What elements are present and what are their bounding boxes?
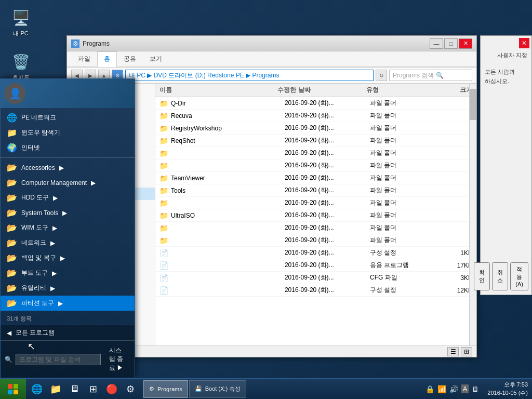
tray-icon-security[interactable]: 🔒 xyxy=(425,385,434,393)
wim-icon: 📂 xyxy=(7,223,17,233)
table-row[interactable]: 📁2016-09-20 (화)...파일 폴더 xyxy=(155,159,476,172)
table-row[interactable]: 📁Recuva2016-09-20 (화)...파일 폴더 xyxy=(155,110,476,122)
management-icon: 📂 xyxy=(7,178,17,188)
taskbar-ie-icon[interactable]: 🌐 xyxy=(28,380,46,398)
taskbar-item-boot[interactable]: 💾 Boot (X:) 속성 xyxy=(189,380,246,398)
taskbar-folder-icon[interactable]: 📁 xyxy=(47,380,64,398)
search-placeholder: Programs 검색 xyxy=(393,71,434,80)
table-row[interactable]: 📄2016-09-20 (화)...구성 설정12KB xyxy=(155,284,476,297)
taskbar-clock[interactable]: 오후 7:53 2016-10-05 (수) xyxy=(483,381,532,397)
table-row[interactable]: 📁TeamViewer2016-09-20 (화)...파일 폴더 xyxy=(155,172,476,184)
sm-item-accessories[interactable]: 📂 Accessories ▶ xyxy=(1,160,135,175)
list-view-button[interactable]: ☰ xyxy=(447,347,459,356)
taskbar-item-programs[interactable]: ⚙ Programs xyxy=(143,380,188,398)
tray-icon-ime[interactable]: A xyxy=(461,384,469,393)
shutdown-button[interactable]: 시스템 종료 ▶ xyxy=(104,344,130,375)
sm-item-partition[interactable]: 📂 파티션 도구 ▶ xyxy=(1,296,135,311)
ribbon-tabs: 파일 홈 공유 보기 xyxy=(67,51,476,67)
submenu-arrow: ▶ xyxy=(59,164,64,171)
taskbar-grid-icon[interactable]: ⊞ xyxy=(84,380,102,398)
tab-file[interactable]: 파일 xyxy=(71,51,97,66)
search-box[interactable]: Programs 검색 🔍 xyxy=(389,70,472,81)
search-icon: 🔍 xyxy=(436,72,444,79)
table-row[interactable]: 📁2016-09-20 (화)...파일 폴더 xyxy=(155,234,476,247)
address-path[interactable]: 내 PC ▶ DVD 드라이브 (D:) Redstone PE ▶ Progr… xyxy=(125,70,374,81)
right-panel-buttons: 확인 취소 적용(A) xyxy=(481,262,531,290)
sm-item-systemtools[interactable]: 📂 System Tools ▶ xyxy=(1,205,135,220)
window-controls: — □ ✕ xyxy=(430,38,472,49)
search-area: 🔍 시스템 종료 ▶ xyxy=(1,340,135,378)
table-row[interactable]: 📁UltraISO2016-09-20 (화)...파일 폴더 xyxy=(155,209,476,222)
table-row[interactable]: 📁2016-09-20 (화)...파일 폴더 xyxy=(155,197,476,209)
refresh-button[interactable]: ↻ xyxy=(376,70,387,81)
quick-launch: 🌐 📁 🖥 ⊞ 🔴 ⚙ xyxy=(26,380,141,398)
taskbar: 🌐 📁 🖥 ⊞ 🔴 ⚙ ⚙ Programs 💾 Boot (X:) 속성 🔒 … xyxy=(0,378,532,399)
sm-item-network2[interactable]: 📂 네트워크 ▶ xyxy=(1,235,135,250)
tray-icon-display[interactable]: 🖥 xyxy=(472,385,479,393)
internet-icon: 🌍 xyxy=(7,143,17,153)
col-header-date[interactable]: 수정한 날짜 xyxy=(277,86,366,95)
scrollbar[interactable] xyxy=(469,84,476,345)
table-row[interactable]: 📁Q-Dir2016-09-20 (화)...파일 폴더 xyxy=(155,97,476,110)
col-header-name[interactable]: 이름 xyxy=(159,86,277,95)
taskbar-tray: 🔒 📶 🔊 A 🖥 xyxy=(421,384,484,393)
detail-view-button[interactable]: ⊞ xyxy=(461,347,472,356)
backup-arrow: ▶ xyxy=(60,255,65,262)
svg-rect-1 xyxy=(14,384,18,389)
col-header-type[interactable]: 유형 xyxy=(366,86,425,95)
table-row[interactable]: 📁2016-09-20 (화)...파일 폴더 xyxy=(155,222,476,234)
scrollbar-thumb[interactable] xyxy=(470,89,476,120)
table-row[interactable]: 📁RegistryWorkshop2016-09-20 (화)...파일 폴더 xyxy=(155,122,476,135)
sm-item-internet[interactable]: 🌍 인터넷 xyxy=(1,140,135,155)
sm-item-utility[interactable]: 📂 유틸리티 ▶ xyxy=(1,281,135,296)
taskbar-settings-icon[interactable]: ⚙ xyxy=(122,380,139,398)
table-row[interactable]: 📄2016-09-20 (화)...구성 설정1KB xyxy=(155,247,476,259)
tray-icon-volume[interactable]: 🔊 xyxy=(449,385,458,393)
file-list: 이름 수정한 날짜 유형 크기 📁Q-Dir2016-09-20 (화)...파… xyxy=(155,84,476,345)
taskbar-monitor-icon[interactable]: 🖥 xyxy=(65,380,83,398)
sm-item-hdd[interactable]: 📂 HDD 도구 ▶ xyxy=(1,190,135,205)
tray-icon-network[interactable]: 📶 xyxy=(437,385,446,393)
search-input[interactable] xyxy=(16,354,101,365)
submenu-arrow2: ▶ xyxy=(91,179,96,187)
wim-arrow: ▶ xyxy=(52,224,57,232)
desktop-icon-mypc[interactable]: 🖥️ 내 PC xyxy=(3,5,39,39)
folder-icon: 📁 xyxy=(7,128,17,138)
cancel-button[interactable]: 취소 xyxy=(492,262,508,290)
utility-arrow: ▶ xyxy=(50,285,55,292)
partition-arrow: ▶ xyxy=(58,300,63,307)
minimize-button[interactable]: — xyxy=(430,38,443,49)
col-header-size[interactable]: 크기 xyxy=(425,86,472,95)
hdd-icon: 📂 xyxy=(7,193,17,203)
desktop: 🖥️ 내 PC 🗑️ 휴지통 A AcronisTrueImage 💻 Back… xyxy=(0,0,532,399)
close-button[interactable]: ✕ xyxy=(459,38,472,49)
maximize-button[interactable]: □ xyxy=(444,38,458,49)
sm-item-boot[interactable]: 📂 부트 도구 ▶ xyxy=(1,265,135,281)
svg-rect-3 xyxy=(14,390,18,394)
explorer-title-icon: ⚙ xyxy=(71,39,79,48)
table-row[interactable]: 📄2016-09-20 (화)...CFG 파일3KB xyxy=(155,272,476,284)
sm-item-backup[interactable]: 📂 백업 및 복구 ▶ xyxy=(1,250,135,265)
tab-home[interactable]: 홈 xyxy=(97,51,117,67)
tab-share[interactable]: 공유 xyxy=(117,51,143,66)
apply-button[interactable]: 적용(A) xyxy=(510,262,528,290)
sm-item-computer-management[interactable]: 📂 Computer Management ▶ xyxy=(1,175,135,190)
start-button[interactable] xyxy=(0,379,26,400)
right-panel-close-button[interactable]: ✕ xyxy=(519,38,529,48)
all-programs-item[interactable]: ◀ 모든 프로그램 xyxy=(1,325,135,340)
boot-taskbar-icon: 💾 xyxy=(195,385,202,392)
programs-icon: ⚙ xyxy=(149,385,154,392)
taskbar-opera-icon[interactable]: 🔴 xyxy=(103,380,121,398)
table-row[interactable]: 📁2016-09-20 (화)...파일 폴더 xyxy=(155,147,476,159)
table-row[interactable]: 📁ReqShot2016-09-20 (화)...파일 폴더 xyxy=(155,135,476,147)
sm-item-explorer[interactable]: 📁 윈도우 탐색기 xyxy=(1,125,135,140)
tab-view[interactable]: 보기 xyxy=(143,51,169,66)
sm-item-wim[interactable]: 📂 WIM 도구 ▶ xyxy=(1,220,135,235)
confirm-button[interactable]: 확인 xyxy=(474,262,490,290)
boot-icon: 📂 xyxy=(7,268,17,278)
ribbon: 파일 홈 공유 보기 xyxy=(67,51,476,68)
systemtools-arrow: ▶ xyxy=(62,209,67,217)
table-row[interactable]: 📄2016-09-20 (화)...응용 프로그램17KB xyxy=(155,259,476,272)
sm-item-pe-network[interactable]: 🌐 PE 네트워크 xyxy=(1,110,135,125)
table-row[interactable]: 📁Tools2016-09-20 (화)...파일 폴더 xyxy=(155,184,476,197)
